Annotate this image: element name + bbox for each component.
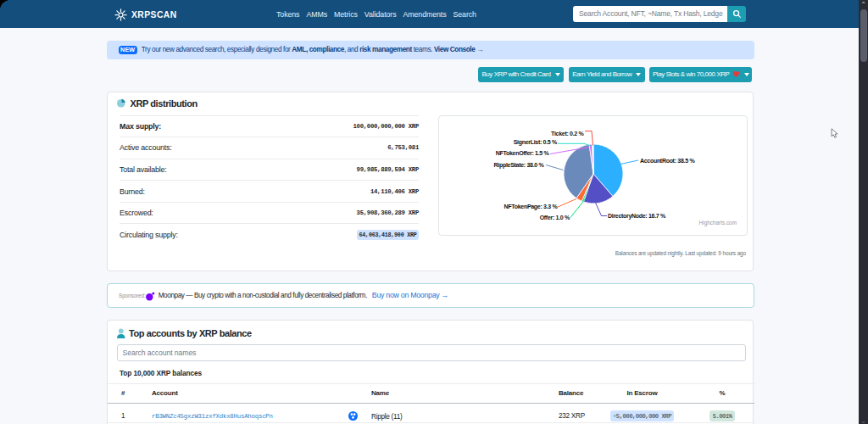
svg-text:RippleState: 38.0 %: RippleState: 38.0 % xyxy=(494,162,545,169)
svg-text:AccountRoot: 38.5 %: AccountRoot: 38.5 % xyxy=(640,158,695,164)
svg-text:Ticket: 0.2 %: Ticket: 0.2 % xyxy=(551,131,584,137)
svg-text:SignerList: 0.5 %: SignerList: 0.5 % xyxy=(514,139,558,146)
svg-text:NFTokenOffer: 1.5 %: NFTokenOffer: 1.5 % xyxy=(496,150,550,156)
svg-text:Highcharts.com: Highcharts.com xyxy=(699,220,737,226)
svg-text:NFTokenPage: 3.3 %: NFTokenPage: 3.3 % xyxy=(504,204,559,210)
svg-text:DirectoryNode: 16.7 %: DirectoryNode: 16.7 % xyxy=(608,213,666,220)
svg-text:Offer: 1.0 %: Offer: 1.0 % xyxy=(540,215,570,220)
